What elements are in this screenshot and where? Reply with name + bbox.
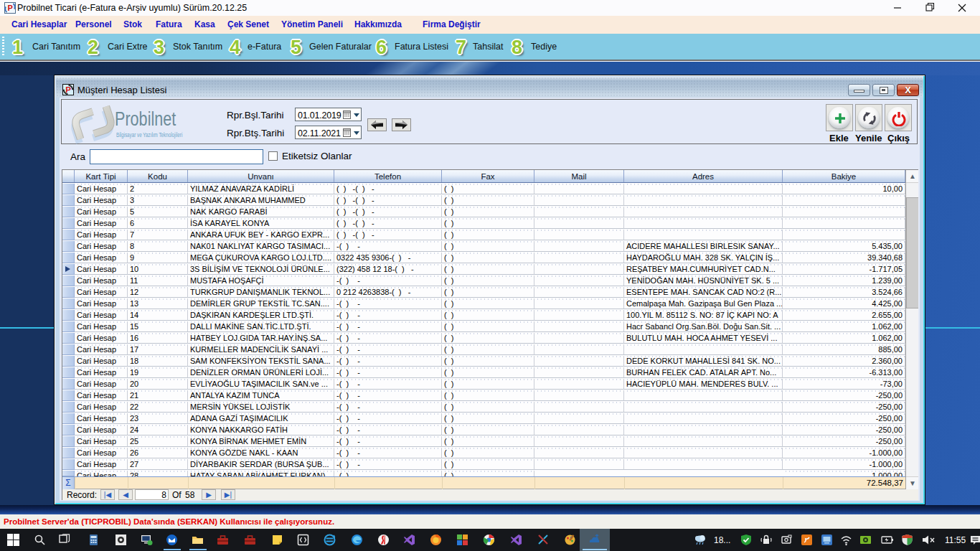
svg-text:P: P bbox=[8, 4, 13, 12]
svg-text:P: P bbox=[65, 85, 71, 94]
